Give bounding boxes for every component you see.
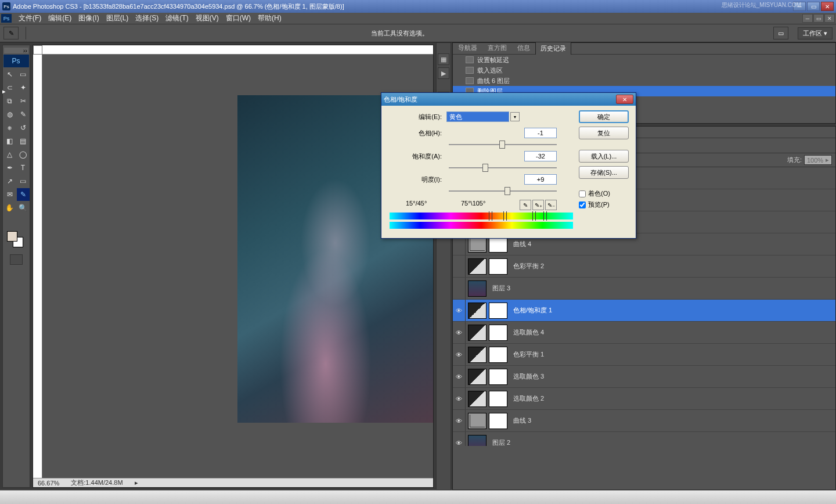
heal-tool[interactable]: ◍ <box>3 108 16 121</box>
visibility-toggle[interactable]: 👁 <box>453 300 466 321</box>
blur-tool[interactable]: △ <box>3 148 16 161</box>
sat-slider[interactable] <box>449 163 557 173</box>
visibility-toggle[interactable]: 👁 <box>453 344 466 365</box>
visibility-toggle[interactable] <box>453 278 466 299</box>
layer-row[interactable]: 👁选取颜色 4 <box>453 322 835 344</box>
fg-color[interactable] <box>7 231 17 242</box>
tab-navigator[interactable]: 导航器 <box>453 41 482 54</box>
layer-row[interactable]: 图层 3 <box>453 278 835 300</box>
mdi-max[interactable]: ▭ <box>813 14 824 23</box>
history-brush-tool[interactable]: ↺ <box>17 121 30 134</box>
wand-tool[interactable]: ✦ <box>17 81 30 94</box>
history-item[interactable]: 设置帧延迟 <box>453 55 835 65</box>
layer-row[interactable]: 👁选取颜色 2 <box>453 388 835 410</box>
doc-info[interactable]: 文档:1.44M/24.8M <box>71 478 122 487</box>
navigator-icon[interactable]: ▦ <box>438 53 449 65</box>
mask-thumb[interactable] <box>489 303 507 319</box>
gradient-tool[interactable]: ▤ <box>17 135 30 147</box>
colorize-check[interactable]: 着色(O) <box>579 189 629 198</box>
taskbar[interactable] <box>0 490 836 504</box>
mask-thumb[interactable] <box>489 391 507 407</box>
zoom-level[interactable]: 66.67% <box>38 480 59 487</box>
tab-history[interactable]: 历史记录 <box>535 42 571 55</box>
path-tool[interactable]: ↗ <box>3 175 16 188</box>
close-button[interactable]: ✕ <box>821 2 834 11</box>
light-slider[interactable] <box>449 186 557 196</box>
eyedropper-add-icon[interactable]: ✎₊ <box>532 200 544 210</box>
layer-thumb[interactable] <box>468 435 487 447</box>
eraser-tool[interactable]: ◧ <box>3 135 16 147</box>
hand-tool[interactable]: ✋ <box>3 201 16 214</box>
menu-edit[interactable]: 编辑(E) <box>45 12 75 24</box>
layer-row[interactable]: 👁色彩平衡 1 <box>453 344 835 366</box>
visibility-toggle[interactable]: 👁 <box>453 322 466 343</box>
layer-thumb[interactable] <box>468 347 487 363</box>
toolbox-grip[interactable]: ›› <box>4 48 28 53</box>
layer-thumb[interactable] <box>468 303 487 319</box>
slice-tool[interactable]: ✂ <box>17 95 30 107</box>
histogram-icon[interactable]: ▶ <box>438 67 449 79</box>
hue-slider[interactable] <box>449 139 557 150</box>
brush-tool[interactable]: ✎ <box>17 108 30 121</box>
visibility-toggle[interactable]: 👁 <box>453 410 466 431</box>
visibility-toggle[interactable]: 👁 <box>453 388 466 409</box>
history-item[interactable]: 曲线 6 图层 <box>453 75 835 86</box>
notes-tool[interactable]: ✉ <box>3 188 16 201</box>
ps-icon[interactable]: Ps <box>1 14 12 23</box>
ruler-vertical[interactable] <box>33 55 42 478</box>
ok-button[interactable]: 确定 <box>579 110 629 123</box>
fill-input[interactable]: 100%▸ <box>804 155 832 165</box>
color-swatches[interactable] <box>7 231 26 250</box>
pen-tool[interactable]: ✒ <box>3 161 16 174</box>
ruler-origin[interactable] <box>33 45 42 55</box>
history-item[interactable]: 载入选区 <box>453 65 835 75</box>
tab-info[interactable]: 信息 <box>512 41 535 54</box>
type-tool[interactable]: T <box>17 161 30 174</box>
save-button[interactable]: 存储(S)... <box>579 166 629 179</box>
eyedropper-tool[interactable]: ✎ <box>17 188 30 201</box>
ps-logo[interactable]: Ps <box>3 55 29 67</box>
layer-thumb[interactable] <box>468 369 487 385</box>
ruler-horizontal[interactable] <box>42 45 433 55</box>
layer-thumb[interactable] <box>468 280 487 297</box>
maximize-button[interactable]: ▭ <box>807 2 820 11</box>
mask-thumb[interactable] <box>489 369 507 385</box>
menu-help[interactable]: 帮助(H) <box>254 12 285 24</box>
workspace-button[interactable]: 工作区 ▾ <box>798 27 833 39</box>
menu-filter[interactable]: 滤镜(T) <box>162 12 192 24</box>
visibility-toggle[interactable]: 👁 <box>453 432 466 446</box>
eyedropper-main-icon[interactable]: ✎ <box>520 200 531 210</box>
quick-mask[interactable] <box>10 254 23 265</box>
layer-thumb[interactable] <box>468 391 487 407</box>
light-input[interactable] <box>524 174 557 185</box>
move-tool[interactable]: ↖ <box>3 68 16 81</box>
sat-input[interactable] <box>524 151 557 161</box>
marquee-tool[interactable]: ▭ <box>17 68 30 81</box>
preview-check[interactable]: 预览(P) <box>579 200 629 209</box>
mask-thumb[interactable] <box>489 325 507 341</box>
layer-row[interactable]: 色彩平衡 2 <box>453 255 835 278</box>
menu-select[interactable]: 选择(S) <box>132 12 162 24</box>
zoom-tool[interactable]: 🔍 <box>17 201 30 214</box>
layer-thumb[interactable] <box>468 325 487 341</box>
layer-thumb[interactable] <box>468 258 487 275</box>
tab-histogram[interactable]: 直方图 <box>482 41 512 54</box>
mask-thumb[interactable] <box>489 258 507 275</box>
mask-thumb[interactable] <box>489 413 507 429</box>
hue-input[interactable] <box>524 128 557 138</box>
reset-button[interactable]: 复位 <box>579 127 629 139</box>
layer-row[interactable]: 👁选取颜色 3 <box>453 366 835 388</box>
stamp-tool[interactable]: ⎈ <box>3 121 16 134</box>
layer-row[interactable]: 👁色相/饱和度 1 <box>453 300 835 322</box>
hue-bar-top[interactable] <box>390 213 573 219</box>
mdi-min[interactable]: ─ <box>802 14 813 23</box>
visibility-toggle[interactable]: 👁 <box>453 366 466 387</box>
layer-row[interactable]: 👁图层 2 <box>453 432 835 446</box>
dialog-close-button[interactable]: ✕ <box>616 95 633 104</box>
mask-thumb[interactable] <box>489 347 507 363</box>
crop-tool[interactable]: ⧉ <box>3 95 16 107</box>
doc-info-arrow[interactable]: ▸ <box>135 479 138 487</box>
menu-image[interactable]: 图像(I) <box>75 12 102 24</box>
eyedropper-sub-icon[interactable]: ✎₋ <box>545 200 557 210</box>
mdi-close[interactable]: ✕ <box>824 14 835 23</box>
